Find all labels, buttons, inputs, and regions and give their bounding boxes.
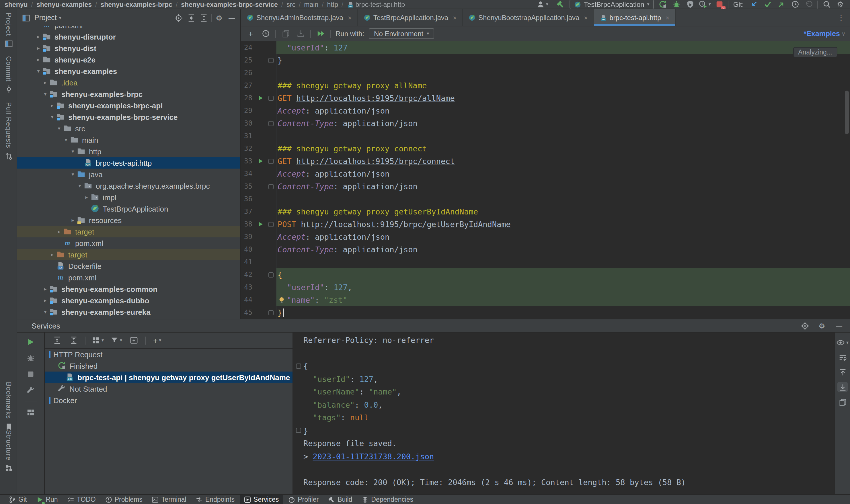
chevron-right-icon[interactable]: ▸ <box>34 34 42 39</box>
chevron-right-icon[interactable]: ▸ <box>55 229 63 235</box>
editor-line[interactable]: 42{ <box>241 268 850 281</box>
toolwindow-button-Terminal[interactable]: Terminal <box>148 494 191 504</box>
editor-line[interactable]: 36 <box>241 193 850 205</box>
select-opened-file-button[interactable] <box>173 13 183 23</box>
service-item[interactable]: Finished <box>45 360 293 372</box>
chevron-down-icon[interactable]: ▾ <box>69 148 77 154</box>
service-item[interactable]: Not Started <box>45 383 293 395</box>
toolwindow-button-Endpoints[interactable]: Endpoints <box>192 494 238 504</box>
services-collapse-all-button[interactable] <box>68 335 78 345</box>
chevron-right-icon[interactable]: ▸ <box>83 194 91 200</box>
project-tree-item[interactable]: TestBrpcApplication <box>17 203 240 214</box>
response-file-link[interactable]: 2023-01-11T231738.200.json <box>313 452 434 461</box>
rerun-button[interactable] <box>658 0 668 10</box>
debug-button[interactable] <box>671 0 681 10</box>
history-button[interactable] <box>790 0 800 10</box>
add-service-button[interactable]: +▾ <box>152 335 162 345</box>
stripe-item-project[interactable]: Project <box>0 13 17 48</box>
project-tree-item[interactable]: ▾shenyu-examples-brpc <box>17 88 240 100</box>
editor-line[interactable]: 45} <box>241 306 850 319</box>
breadcrumb-item[interactable]: shenyu-examples <box>36 1 92 8</box>
tab-ShenyuBootstrapApplication.java[interactable]: ShenyuBootstrapApplication.java× <box>463 9 594 26</box>
services-hide-button[interactable]: — <box>834 321 844 331</box>
profile-button[interactable]: ▾ <box>699 0 711 10</box>
tab-TestBrpcApplication.java[interactable]: TestBrpcApplication.java× <box>358 9 463 26</box>
project-tree-item[interactable]: ▸target <box>17 249 240 260</box>
project-tree-item[interactable]: mpom.xml <box>17 272 240 283</box>
editor-line[interactable]: 37### shengyu getway proxy getUserByIdAn… <box>241 205 850 218</box>
fold-marker-icon[interactable] <box>268 121 273 126</box>
editor-line[interactable]: 41 <box>241 256 850 268</box>
project-tree-item[interactable]: mpom.xml <box>17 26 240 31</box>
breadcrumb-item[interactable]: main <box>304 1 318 8</box>
expand-all-button[interactable] <box>186 13 196 23</box>
code-editor[interactable]: 24 "userId": 12725}2627### shengyu getwa… <box>241 41 850 319</box>
editor-line[interactable]: 26 <box>241 67 850 79</box>
editor-line[interactable]: 43 "userId": 127, <box>241 281 850 293</box>
services-edit-config-button[interactable] <box>25 385 36 395</box>
project-tree-item[interactable]: ▸target <box>17 226 240 237</box>
breadcrumb-item[interactable]: shenyu-examples-brpc-service <box>181 1 278 8</box>
toolwindow-button-TODO[interactable]: TODO <box>63 494 100 504</box>
project-tree-item[interactable]: ▾main <box>17 134 240 146</box>
breadcrumb-item[interactable]: APIbrpc-test-api.http <box>347 1 405 8</box>
stripe-item-pull-requests[interactable]: Pull Requests <box>0 102 17 160</box>
project-view-button[interactable] <box>21 13 31 23</box>
stop-button[interactable]: 3 <box>714 0 725 10</box>
toolwindow-button-Build[interactable]: Build <box>324 494 356 504</box>
project-tree-item[interactable]: ▸resources <box>17 214 240 226</box>
search-everywhere-button[interactable] <box>821 0 832 10</box>
service-item[interactable]: Docker <box>45 395 293 406</box>
project-tree-item[interactable]: ▾java <box>17 168 240 180</box>
chevron-right-icon[interactable]: ▸ <box>48 103 56 108</box>
build-project-button[interactable] <box>556 0 566 10</box>
project-tree-item[interactable]: ▸shenyu-examples-dubbo <box>17 295 240 306</box>
fold-marker-icon[interactable] <box>268 159 273 164</box>
fold-marker-icon[interactable] <box>296 363 301 369</box>
fold-marker-icon[interactable] <box>268 272 273 277</box>
services-stop-button[interactable] <box>25 369 36 379</box>
editor-line[interactable]: 44"name": "zst" <box>241 293 850 306</box>
group-by-button[interactable]: ▾ <box>92 335 104 345</box>
fold-marker-icon[interactable] <box>268 222 273 227</box>
services-options-button[interactable]: ⚙ <box>817 321 827 331</box>
close-icon[interactable]: × <box>666 14 669 21</box>
fold-marker-icon[interactable] <box>268 58 273 63</box>
project-tree-item[interactable]: ▾org.apache.shenyu.examples.brpc <box>17 180 240 192</box>
editor-line[interactable]: 33GET http://localhost:9195/brpc/connect <box>241 155 850 167</box>
editor-line[interactable]: 34Accept: application/json <box>241 167 850 180</box>
services-layout-button[interactable] <box>25 407 36 417</box>
toolwindow-button-Services[interactable]: Services <box>240 494 283 504</box>
project-tree-item[interactable]: ▾http <box>17 146 240 157</box>
editor-line[interactable]: 38POST http://localhost:9195/brpc/getUse… <box>241 218 850 231</box>
settings-button[interactable]: ⚙ <box>835 0 845 10</box>
fold-marker-icon[interactable] <box>268 310 273 315</box>
chevron-down-icon[interactable]: ▾ <box>34 68 42 74</box>
view-options-button[interactable]: ▾ <box>836 337 849 347</box>
run-request-icon[interactable] <box>259 222 262 227</box>
fold-marker-icon[interactable] <box>268 184 273 189</box>
rollback-button[interactable] <box>803 0 814 10</box>
close-icon[interactable]: × <box>584 14 588 21</box>
project-tree-item[interactable]: mpom.xml <box>17 237 240 249</box>
close-icon[interactable]: × <box>453 14 457 21</box>
examples-link[interactable]: *Examples ∨ <box>803 30 845 38</box>
open-in-new-frame-button[interactable] <box>128 335 139 345</box>
project-tree-item[interactable]: ▾src <box>17 123 240 134</box>
services-locate-button[interactable] <box>799 321 810 331</box>
breadcrumb-item[interactable]: http <box>327 1 338 8</box>
editor-line[interactable]: 30Content-Type: application/json <box>241 117 850 130</box>
editor-line[interactable]: 24 "userId": 127 <box>241 41 850 54</box>
project-tree-item[interactable]: ▾shenyu-examples-eureka <box>17 306 240 318</box>
collapse-all-button[interactable] <box>198 13 209 23</box>
environment-select[interactable]: No Environment ▾ <box>369 28 434 39</box>
more-tabs-button[interactable]: ⋮ <box>832 9 850 26</box>
response-console[interactable]: Referrer-Policy: no-referrer{ "userId": … <box>293 332 834 494</box>
project-tree-item[interactable]: ▸shenyu-examples-common <box>17 283 240 295</box>
toolwindow-button-Dependencies[interactable]: Dependencies <box>357 494 417 504</box>
user-menu-button[interactable]: ▾ <box>536 0 548 10</box>
stripe-item-structure[interactable]: Structure <box>0 430 17 472</box>
chevron-down-icon[interactable]: ▾ <box>55 126 63 131</box>
soft-wrap-button[interactable] <box>837 352 848 362</box>
show-http-history-button[interactable] <box>260 29 271 39</box>
